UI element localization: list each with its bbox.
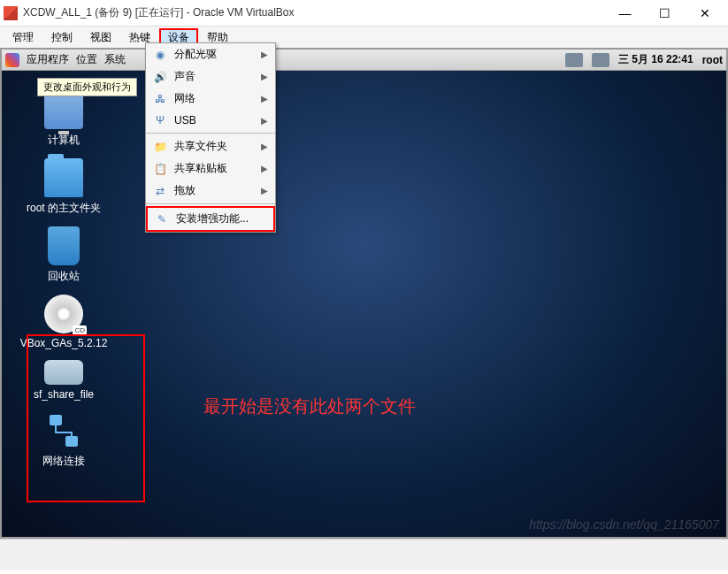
watermark: https://blog.csdn.net/qq_21165007 <box>529 517 719 532</box>
places-menu[interactable]: 位置 <box>76 52 97 67</box>
desktop-icon-home[interactable]: root 的主文件夹 <box>2 153 126 221</box>
menu-item-shared-folders[interactable]: 📁 共享文件夹 ▶ <box>146 135 275 157</box>
menu-label: USB <box>174 114 254 126</box>
menu-view[interactable]: 视图 <box>81 28 120 47</box>
apps-menu[interactable]: 应用程序 <box>27 52 69 67</box>
usb-icon: Ψ <box>153 113 167 127</box>
cd-icon <box>44 295 83 333</box>
display-tray-icon[interactable] <box>592 53 609 67</box>
network-tray-icon[interactable] <box>565 53 583 67</box>
chevron-right-icon: ▶ <box>261 50 268 59</box>
icon-label: 计算机 <box>2 133 126 148</box>
chevron-right-icon: ▶ <box>261 94 268 103</box>
icon-label: root 的主文件夹 <box>2 201 126 216</box>
folder-icon <box>44 158 83 197</box>
menu-item-network[interactable]: 🖧 网络 ▶ <box>146 88 275 110</box>
menu-label: 网络 <box>174 91 254 106</box>
menu-label: 安装增强功能... <box>176 211 266 226</box>
chevron-right-icon: ▶ <box>261 186 268 195</box>
vbox-icon <box>4 6 18 20</box>
user-menu[interactable]: root <box>702 54 723 66</box>
separator <box>146 133 275 134</box>
folder-menu-icon: 📁 <box>153 140 167 154</box>
menu-item-optical[interactable]: ◉ 分配光驱 ▶ <box>146 43 275 65</box>
close-button[interactable]: ✕ <box>685 1 724 26</box>
window-controls: — ☐ ✕ <box>605 1 724 26</box>
system-menu[interactable]: 系统 <box>104 52 126 67</box>
tooltip: 更改桌面外观和行为 <box>37 78 137 96</box>
menu-item-sound[interactable]: 🔊 声音 ▶ <box>146 65 275 88</box>
menu-item-clipboard[interactable]: 📋 共享粘贴板 ▶ <box>146 157 275 180</box>
window-title: XCDW_ALL_1 (备份 9) [正在运行] - Oracle VM Vir… <box>23 5 605 20</box>
separator <box>146 203 275 204</box>
chevron-right-icon: ▶ <box>261 72 268 81</box>
clipboard-icon: 📋 <box>153 162 167 176</box>
menu-item-dragdrop[interactable]: ⇄ 拖放 ▶ <box>146 180 275 202</box>
menubar: 管理 控制 视图 热键 设备 帮助 <box>0 27 728 48</box>
icon-label: 回收站 <box>2 269 126 284</box>
install-icon: ✎ <box>155 212 169 226</box>
maximize-button[interactable]: ☐ <box>645 1 685 26</box>
menu-control[interactable]: 控制 <box>42 28 81 47</box>
menu-label: 声音 <box>174 69 254 84</box>
network-menu-icon: 🖧 <box>153 92 167 106</box>
menu-item-usb[interactable]: Ψ USB ▶ <box>146 110 275 131</box>
menu-item-install-additions[interactable]: ✎ 安装增强功能... <box>146 206 275 232</box>
chevron-right-icon: ▶ <box>261 142 268 151</box>
clock[interactable]: 三 5月 16 22:41 <box>618 52 694 67</box>
trash-icon <box>48 226 80 265</box>
drag-icon: ⇄ <box>153 184 167 198</box>
vm-panel: 应用程序 位置 系统 三 5月 16 22:41 root <box>2 50 726 71</box>
menu-label: 共享粘贴板 <box>174 161 254 176</box>
titlebar: XCDW_ALL_1 (备份 9) [正在运行] - Oracle VM Vir… <box>0 0 728 27</box>
menu-manage[interactable]: 管理 <box>4 28 42 47</box>
annotation-box <box>27 334 145 502</box>
chevron-right-icon: ▶ <box>261 164 268 173</box>
disc-icon: ◉ <box>153 48 167 62</box>
vm-display: 应用程序 位置 系统 三 5月 16 22:41 root 更改桌面外观和行为 … <box>0 48 728 539</box>
desktop-icon-trash[interactable]: 回收站 <box>2 221 126 289</box>
devices-dropdown: ◉ 分配光驱 ▶ 🔊 声音 ▶ 🖧 网络 ▶ Ψ USB ▶ 📁 共享文件夹 ▶… <box>145 42 276 233</box>
apps-menu-icon[interactable] <box>5 53 19 67</box>
annotation-text: 最开始是没有此处两个文件 <box>203 394 416 418</box>
sound-icon: 🔊 <box>153 70 167 84</box>
menu-label: 分配光驱 <box>174 47 254 62</box>
statusbar <box>0 539 728 570</box>
menu-label: 共享文件夹 <box>174 139 254 154</box>
minimize-button[interactable]: — <box>605 1 645 26</box>
menu-label: 拖放 <box>174 183 254 198</box>
chevron-right-icon: ▶ <box>261 116 268 126</box>
